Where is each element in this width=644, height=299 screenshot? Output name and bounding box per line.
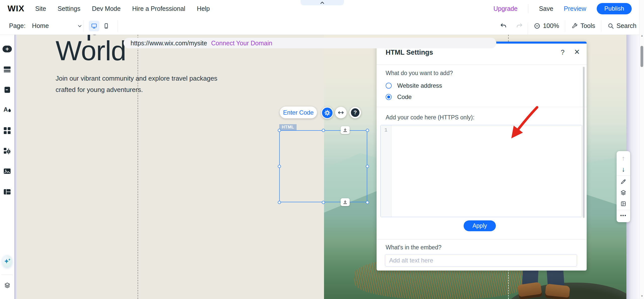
- content-manager-icon: [4, 188, 11, 195]
- html-embed-element[interactable]: [279, 130, 367, 202]
- editor-sidebar: + A: [0, 35, 14, 299]
- collapse-toolbar-tab[interactable]: [301, 0, 344, 5]
- settings-gear-button[interactable]: [321, 107, 333, 119]
- top-actions: Upgrade Save Preview Publish: [493, 0, 632, 17]
- arrow-up-icon: ↑: [622, 155, 625, 161]
- scrollbar-thumb[interactable]: [640, 46, 643, 67]
- save-button[interactable]: Save: [539, 5, 553, 12]
- panel-divider: [377, 239, 587, 240]
- attach-to-section-button[interactable]: [617, 198, 630, 209]
- toolbar-divider: [617, 175, 630, 176]
- desktop-icon: [91, 23, 97, 29]
- add-type-question: What do you want to add?: [386, 70, 453, 77]
- wix-editor: p World Join our vibrant community and e…: [0, 0, 644, 299]
- code-input-area[interactable]: [391, 125, 582, 217]
- panel-close-button[interactable]: ×: [574, 47, 580, 57]
- menu-item-help[interactable]: Help: [197, 5, 210, 12]
- layers-icon: [620, 189, 627, 196]
- line-number-gutter: 1: [381, 125, 391, 217]
- page-paragraph: Join our vibrant community and explore t…: [56, 73, 242, 95]
- publish-button[interactable]: Publish: [597, 3, 632, 14]
- question-icon: ?: [351, 108, 359, 117]
- search-icon: [608, 23, 614, 29]
- undo-button[interactable]: [495, 22, 511, 29]
- toolbar-right-group: 100% Tools Search: [495, 17, 644, 35]
- mobile-icon: [103, 23, 109, 29]
- zoom-out-icon: [534, 23, 540, 29]
- enter-code-button[interactable]: Enter Code: [280, 107, 317, 118]
- radio-selected-icon: [386, 94, 392, 100]
- resize-handle-bottom-right[interactable]: [366, 201, 369, 204]
- stretch-to-top-button[interactable]: [341, 126, 350, 134]
- browser-scrollbar[interactable]: ▲ ▼: [639, 0, 644, 299]
- site-url-bar[interactable]: https://www.wix.com/mysite Connect Your …: [124, 38, 496, 48]
- resize-handle-top-right[interactable]: [366, 129, 369, 132]
- menu-item-site[interactable]: Site: [35, 5, 46, 12]
- alt-text-input[interactable]: [385, 254, 577, 267]
- apply-button[interactable]: Apply: [464, 220, 496, 231]
- sidebar-item-app-market[interactable]: [2, 146, 12, 156]
- paragraph-line-2: crafted for young adventurers.: [56, 84, 242, 95]
- connect-domain-link[interactable]: Connect Your Domain: [211, 40, 272, 47]
- desktop-view-button[interactable]: [89, 21, 99, 31]
- preview-button[interactable]: Preview: [564, 5, 586, 12]
- menu-item-settings[interactable]: Settings: [58, 5, 80, 12]
- tools-label: Tools: [580, 22, 595, 29]
- layout-guide-line: [138, 35, 138, 299]
- page-selector[interactable]: Page: Home: [9, 17, 83, 35]
- radio-option-website-address[interactable]: Website address: [386, 81, 442, 90]
- ellipsis-icon: •••: [620, 213, 627, 218]
- sidebar-item-sections[interactable]: [2, 64, 12, 74]
- radio-unselected-icon: [386, 83, 392, 89]
- wix-logo[interactable]: WIX: [8, 4, 24, 13]
- mobile-view-button[interactable]: [101, 21, 111, 31]
- page-heading: World: [56, 36, 126, 65]
- sections-icon: [4, 66, 11, 73]
- menu-item-dev-mode[interactable]: Dev Mode: [92, 5, 120, 12]
- edit-button[interactable]: [617, 176, 630, 187]
- resize-handle-top-center[interactable]: [322, 129, 325, 132]
- radio-option-code[interactable]: Code: [386, 93, 412, 101]
- workspace-left-strip: [14, 35, 17, 299]
- element-arrange-toolbar: ↑ ↓ •••: [617, 151, 630, 222]
- move-down-button[interactable]: ↓: [617, 164, 630, 175]
- sidebar-item-add-elements[interactable]: +: [2, 44, 12, 54]
- menu-item-hire-a-professional[interactable]: Hire a Professional: [132, 5, 185, 12]
- sidebar-item-ai-tools[interactable]: [2, 256, 12, 267]
- line-number: 1: [384, 127, 387, 133]
- search-button[interactable]: Search: [601, 22, 644, 29]
- toolbar-divider: [117, 20, 118, 31]
- resize-handle-bottom-left[interactable]: [278, 201, 281, 204]
- redo-icon: [516, 22, 523, 29]
- help-button[interactable]: ?: [349, 107, 361, 118]
- zoom-control[interactable]: 100%: [528, 22, 565, 29]
- stretch-button[interactable]: [335, 107, 347, 118]
- sidebar-item-add-apps[interactable]: [2, 125, 12, 136]
- move-up-button[interactable]: ↑: [617, 153, 630, 164]
- sidebar-item-pages[interactable]: [2, 85, 12, 95]
- layers-button[interactable]: [617, 187, 630, 198]
- resize-handle-bottom-center[interactable]: [322, 201, 325, 204]
- tools-button[interactable]: Tools: [565, 22, 601, 29]
- plus-icon: +: [3, 46, 12, 52]
- scrollbar-down-arrow[interactable]: ▼: [640, 295, 644, 297]
- toolbar-divider: [83, 20, 84, 31]
- scrollbar-up-arrow[interactable]: ▲: [640, 34, 644, 37]
- toolbar-divider: [528, 23, 528, 35]
- sidebar-item-media[interactable]: [2, 166, 12, 176]
- resize-handle-top-left[interactable]: [278, 129, 281, 132]
- ai-sparkle-icon: [2, 255, 12, 268]
- resize-handle-middle-left[interactable]: [278, 165, 281, 168]
- sidebar-item-layers[interactable]: [2, 280, 12, 290]
- redo-button[interactable]: [511, 22, 528, 29]
- html-settings-panel: HTML Settings ? × What do you want to ad…: [377, 42, 587, 271]
- more-actions-button[interactable]: •••: [617, 211, 630, 221]
- code-editor[interactable]: 1: [380, 125, 582, 217]
- stretch-to-bottom-button[interactable]: [341, 198, 350, 206]
- upgrade-button[interactable]: Upgrade: [493, 5, 517, 12]
- resize-handle-middle-right[interactable]: [366, 165, 369, 168]
- sidebar-item-site-design[interactable]: A: [2, 104, 12, 115]
- panel-help-button[interactable]: ?: [561, 49, 565, 56]
- sidebar-item-content-manager[interactable]: [2, 187, 12, 197]
- panel-scrollbar-thumb[interactable]: [583, 67, 585, 218]
